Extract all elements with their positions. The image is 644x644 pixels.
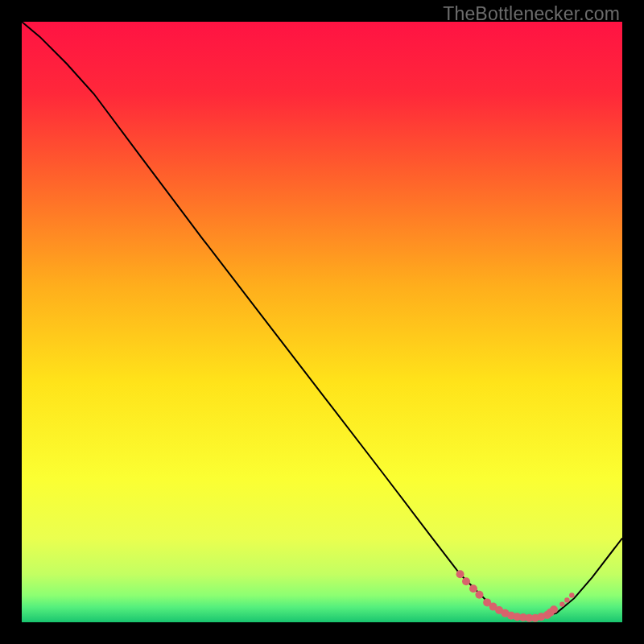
marker-dot: [550, 605, 558, 613]
bottleneck-chart: [22, 22, 622, 622]
marker-dot: [462, 577, 470, 585]
marker-dot: [469, 584, 477, 592]
marker-dot: [569, 592, 574, 597]
marker-dot: [564, 597, 569, 602]
marker-dot: [475, 591, 483, 599]
watermark-text: TheBottlenecker.com: [443, 3, 620, 25]
marker-dot: [456, 570, 464, 578]
chart-background: [22, 22, 622, 622]
marker-dot: [559, 601, 564, 606]
